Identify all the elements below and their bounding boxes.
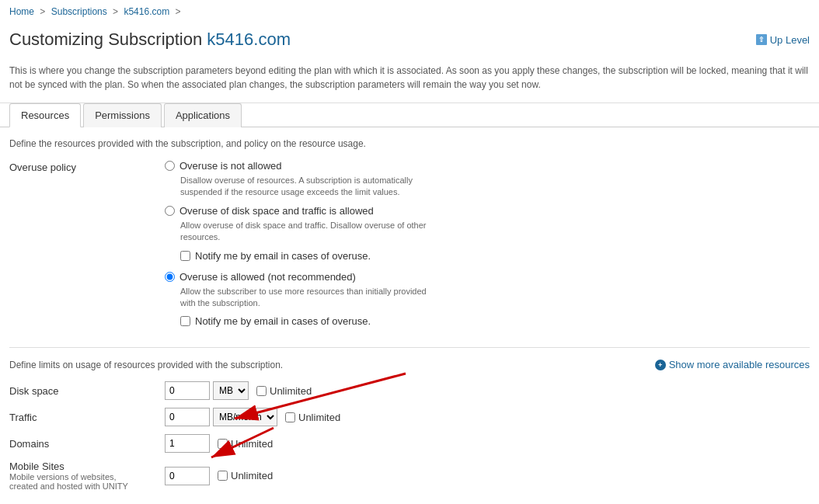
up-level-icon: ⇧ <box>756 34 767 45</box>
resource-input-group-domains <box>165 434 210 453</box>
notify-checkbox-3[interactable] <box>180 316 190 326</box>
breadcrumb-subscriptions[interactable]: Subscriptions <box>51 6 107 17</box>
resource-label-domains: Domains <box>9 438 165 450</box>
overuse-option-3: Overuse is allowed (not recommended) <box>165 271 810 283</box>
overuse-radio-1[interactable] <box>165 161 175 171</box>
disk-space-input[interactable] <box>165 381 210 400</box>
overuse-radio-3[interactable] <box>165 272 175 282</box>
notify-option-2: Notify me by email in cases of overuse. <box>180 250 810 262</box>
disk-space-unit-select[interactable]: MB GB <box>213 381 249 400</box>
traffic-unit-select[interactable]: MB/month GB/month <box>213 408 277 426</box>
breadcrumb: Home > Subscriptions > k5416.com > <box>0 0 819 23</box>
limits-header: Define limits on usage of resources prov… <box>9 359 810 370</box>
overuse-label-3: Overuse is allowed (not recommended) <box>179 271 356 283</box>
resource-row-mobile: Mobile Sites Mobile versions of websites… <box>9 461 810 491</box>
resource-label-mobile: Mobile Sites Mobile versions of websites… <box>9 461 165 491</box>
notify-label-2: Notify me by email in cases of overuse. <box>195 250 371 262</box>
tab-applications[interactable]: Applications <box>164 103 242 127</box>
overuse-policy-row: Overuse policy Overuse is not allowed Di… <box>9 160 810 336</box>
notify-option-3: Notify me by email in cases of overuse. <box>180 315 810 327</box>
resource-row-traffic: Traffic MB/month GB/month Unlimited <box>9 408 810 426</box>
tab-resources[interactable]: Resources <box>9 103 81 127</box>
domains-input[interactable] <box>165 434 210 453</box>
tab-permissions[interactable]: Permissions <box>83 103 162 127</box>
overuse-option-2: Overuse of disk space and traffic is all… <box>165 205 810 217</box>
traffic-input[interactable] <box>165 408 210 426</box>
page-header: Customizing Subscription k5416.com ⇧ Up … <box>0 23 819 59</box>
resource-label-disk: Disk space <box>9 385 165 397</box>
overuse-label-1: Overuse is not allowed <box>179 160 282 172</box>
domains-unlimited: Unlimited <box>218 438 273 450</box>
overuse-policy-controls: Overuse is not allowed Disallow overuse … <box>165 160 810 336</box>
mobile-unlimited: Unlimited <box>218 470 273 481</box>
resources-section-desc: Define the resources provided with the s… <box>9 138 810 149</box>
resource-input-group-mobile <box>165 467 210 485</box>
breadcrumb-domain[interactable]: k5416.com <box>124 6 169 17</box>
up-level-button[interactable]: ⇧ Up Level <box>756 34 810 46</box>
mobile-unlimited-label: Unlimited <box>231 470 273 481</box>
domains-unlimited-label: Unlimited <box>231 438 273 450</box>
tabs-bar: Resources Permissions Applications <box>0 103 819 127</box>
overuse-desc-2: Allow overuse of disk space and traffic.… <box>180 220 810 244</box>
traffic-unlimited: Unlimited <box>285 412 340 423</box>
mobile-unlimited-checkbox[interactable] <box>218 471 228 481</box>
traffic-unlimited-label: Unlimited <box>298 412 340 423</box>
disk-unlimited: Unlimited <box>256 385 312 397</box>
notify-label-3: Notify me by email in cases of overuse. <box>195 315 371 327</box>
disk-unlimited-label: Unlimited <box>270 385 312 397</box>
section-divider <box>9 347 810 348</box>
traffic-unlimited-checkbox[interactable] <box>285 412 295 422</box>
disk-unlimited-checkbox[interactable] <box>256 386 267 396</box>
domains-unlimited-checkbox[interactable] <box>218 439 228 449</box>
show-more-icon: + <box>655 360 666 370</box>
overuse-desc-1: Disallow overuse of resources. A subscri… <box>180 175 810 199</box>
info-text: This is where you change the subscriptio… <box>0 59 819 103</box>
limits-desc: Define limits on usage of resources prov… <box>9 360 283 370</box>
resource-row-domains: Domains Unlimited <box>9 434 810 453</box>
breadcrumb-home[interactable]: Home <box>9 6 34 17</box>
resource-input-group-traffic: MB/month GB/month <box>165 408 277 426</box>
show-more-link[interactable]: + Show more available resources <box>655 359 810 370</box>
overuse-desc-3: Allow the subscriber to use more resourc… <box>180 286 810 310</box>
overuse-option-1: Overuse is not allowed <box>165 160 810 172</box>
overuse-policy-label: Overuse policy <box>9 160 165 173</box>
page-title: Customizing Subscription k5416.com <box>9 30 291 50</box>
overuse-radio-2[interactable] <box>165 206 175 216</box>
resource-label-traffic: Traffic <box>9 412 165 423</box>
tab-content: Define the resources provided with the s… <box>0 127 819 504</box>
resource-input-group-disk: MB GB <box>165 381 249 400</box>
resource-rows-container: Disk space MB GB Unlimited Traffic MB/mo… <box>9 381 810 491</box>
resource-row-disk: Disk space MB GB Unlimited <box>9 381 810 400</box>
overuse-label-2: Overuse of disk space and traffic is all… <box>179 205 374 217</box>
mobile-sites-input[interactable] <box>165 467 210 485</box>
notify-checkbox-2[interactable] <box>180 251 190 261</box>
